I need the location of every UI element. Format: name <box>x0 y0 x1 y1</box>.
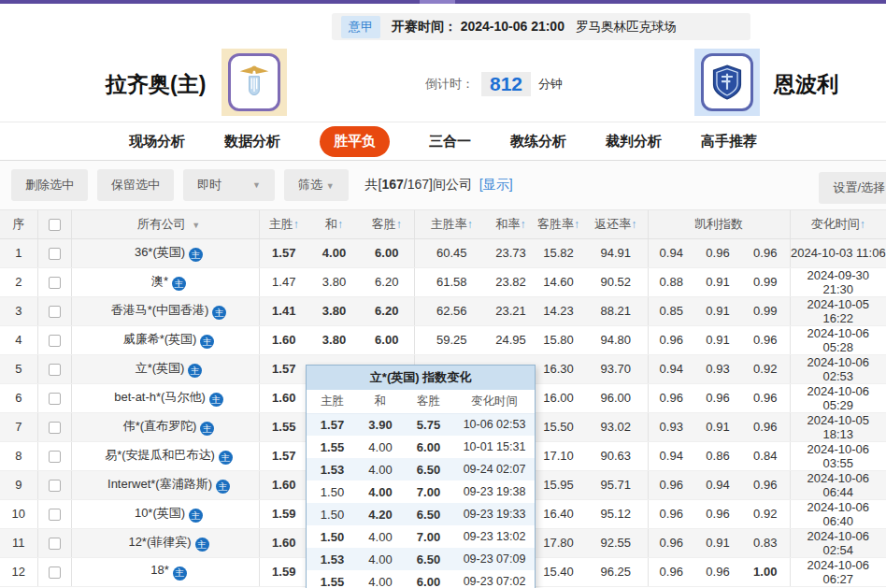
draw-rate-cell: 23.82 <box>489 267 533 296</box>
table-row: 2 澳*主 1.47 3.80 6.20 61.58 23.82 14.60 9… <box>0 267 886 296</box>
away-odds-cell[interactable]: 6.00 <box>360 238 414 267</box>
seq-cell: 2 <box>0 267 37 296</box>
row-checkbox[interactable] <box>49 480 61 492</box>
home-odds-cell[interactable]: 1.60 <box>259 528 308 557</box>
filter-dropdown[interactable]: 筛选 ▼ <box>284 169 349 201</box>
instant-dropdown[interactable]: 即时 ▼ <box>183 169 275 201</box>
home-team-name: 拉齐奥(主) <box>106 70 206 99</box>
company-cell[interactable]: Interwet*(塞浦路斯)主 <box>71 470 259 499</box>
company-cell[interactable]: 12*(菲律宾)主 <box>71 528 259 557</box>
header-draw-rate[interactable]: 和率↑ <box>489 210 533 238</box>
select-all-checkbox[interactable] <box>49 219 61 231</box>
home-odds-cell[interactable]: 1.60 <box>259 325 308 354</box>
home-odds-cell[interactable]: 1.60 <box>259 470 308 499</box>
show-link[interactable]: [显示] <box>479 177 513 192</box>
kelly-away-cell: 0.83 <box>741 528 790 557</box>
countdown-label: 倒计时： <box>425 76 474 93</box>
tab-expert-picks[interactable]: 高手推荐 <box>701 133 757 151</box>
lazio-eagle-icon <box>228 53 280 111</box>
league-badge[interactable]: 意甲 <box>341 16 380 38</box>
header-home-rate[interactable]: 主胜率↑ <box>414 210 489 238</box>
tab-three-in-one[interactable]: 三合一 <box>429 133 471 151</box>
return-rate-cell: 95.71 <box>584 470 648 499</box>
row-checkbox[interactable] <box>49 422 61 434</box>
row-checkbox[interactable] <box>49 364 61 376</box>
home-odds-cell[interactable]: 1.41 <box>259 296 308 325</box>
draw-odds-cell[interactable]: 3.80 <box>308 267 360 296</box>
away-odds-cell[interactable]: 6.20 <box>360 296 414 325</box>
draw-odds-cell[interactable]: 3.80 <box>308 325 360 354</box>
row-checkbox[interactable] <box>49 566 61 579</box>
company-cell[interactable]: 18*主 <box>71 557 259 586</box>
kelly-draw-cell: 0.91 <box>694 528 741 557</box>
home-odds-cell[interactable]: 1.57 <box>259 354 308 383</box>
checkbox-cell <box>37 557 71 586</box>
away-odds-cell[interactable]: 6.00 <box>360 325 414 354</box>
row-checkbox[interactable] <box>49 277 61 289</box>
tab-data-analysis[interactable]: 数据分析 <box>224 133 280 151</box>
sort-asc-icon: ↑ <box>574 218 579 231</box>
away-odds-cell[interactable]: 6.20 <box>360 267 414 296</box>
row-checkbox[interactable] <box>49 451 61 463</box>
row-checkbox[interactable] <box>49 335 61 347</box>
header-draw-odds[interactable]: 和↑ <box>308 210 360 238</box>
popup-home-odds: 1.50 <box>307 480 358 503</box>
draw-odds-cell[interactable]: 3.80 <box>308 296 360 325</box>
popup-draw-odds: 4.00 <box>358 525 403 548</box>
away-team-logo <box>694 49 760 116</box>
header-away-rate[interactable]: 客胜率↑ <box>533 210 584 238</box>
home-odds-cell[interactable]: 1.47 <box>259 267 308 296</box>
company-cell[interactable]: 36*(英国)主 <box>71 238 259 267</box>
header-change-time[interactable]: 变化时间↑ <box>790 210 886 238</box>
return-rate-cell: 90.63 <box>584 441 648 470</box>
company-cell[interactable]: 10*(英国)主 <box>71 499 259 528</box>
draw-odds-cell[interactable]: 4.00 <box>308 238 360 267</box>
tab-live-analysis[interactable]: 现场分析 <box>129 133 185 151</box>
company-cell[interactable]: 威廉希*(英国)主 <box>71 325 259 354</box>
change-time-cell: 2024-10-06 06:40 <box>790 499 886 528</box>
delete-selected-button[interactable]: 删除选中 <box>11 169 88 201</box>
company-cell[interactable]: 易*(安提瓜和巴布达)主 <box>71 441 259 470</box>
tab-win-draw-lose[interactable]: 胜平负 <box>320 126 390 157</box>
popup-home-odds: 1.57 <box>307 413 358 436</box>
seq-cell: 7 <box>0 412 37 441</box>
away-rate-cell: 16.30 <box>533 354 584 383</box>
seq-cell: 12 <box>0 557 37 586</box>
header-home-odds[interactable]: 主胜↑ <box>259 210 308 238</box>
row-checkbox[interactable] <box>49 538 61 550</box>
checkbox-cell <box>37 470 71 499</box>
row-checkbox[interactable] <box>49 509 61 521</box>
keep-selected-button[interactable]: 保留选中 <box>97 169 174 201</box>
home-odds-cell[interactable]: 1.57 <box>259 238 308 267</box>
header-return-rate[interactable]: 返还率↑ <box>584 210 648 238</box>
company-cell[interactable]: bet-at-h*(马尔他)主 <box>71 383 259 412</box>
home-odds-cell[interactable]: 1.55 <box>259 412 308 441</box>
company-cell[interactable]: 香港马*(中国香港)主 <box>71 296 259 325</box>
popup-away-odds: 6.00 <box>403 570 454 588</box>
company-cell[interactable]: 澳*主 <box>71 267 259 296</box>
sort-asc-icon: ↑ <box>631 218 636 231</box>
seq-cell: 3 <box>0 296 37 325</box>
popup-row: 1.50 4.20 6.50 09-23 19:33 <box>307 503 535 525</box>
home-odds-cell[interactable]: 1.59 <box>259 499 308 528</box>
row-checkbox[interactable] <box>49 393 61 405</box>
home-odds-cell[interactable]: 1.57 <box>259 441 308 470</box>
row-checkbox[interactable] <box>49 248 61 260</box>
return-rate-cell: 90.52 <box>584 267 648 296</box>
change-time-cell: 2024-10-05 18:13 <box>790 412 886 441</box>
home-odds-cell[interactable]: 1.60 <box>259 383 308 412</box>
sort-asc-icon: ↑ <box>337 218 343 231</box>
row-checkbox[interactable] <box>49 306 61 318</box>
popup-home-odds: 1.50 <box>307 525 358 548</box>
away-rate-cell: 16.40 <box>533 499 584 528</box>
popup-away-odds: 6.00 <box>403 436 454 458</box>
tab-referee-analysis[interactable]: 裁判分析 <box>606 133 662 151</box>
header-company[interactable]: 所有公司 ▼ <box>71 210 259 238</box>
company-cell[interactable]: 立*(英国)主 <box>71 354 259 383</box>
tab-coach-analysis[interactable]: 教练分析 <box>510 133 566 151</box>
kelly-draw-cell: 0.96 <box>694 238 741 267</box>
header-away-odds[interactable]: 客胜↑ <box>360 210 414 238</box>
home-odds-cell[interactable]: 1.59 <box>259 557 308 586</box>
settings-button[interactable]: 设置/选择 <box>819 172 886 204</box>
company-cell[interactable]: 伟*(直布罗陀)主 <box>71 412 259 441</box>
